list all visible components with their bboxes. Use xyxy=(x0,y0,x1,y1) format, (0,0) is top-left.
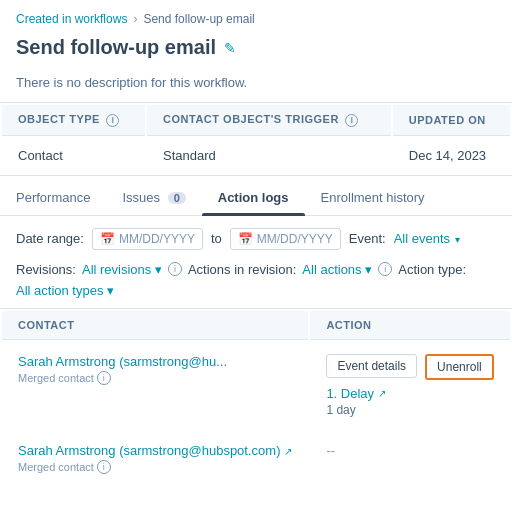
breadcrumb-parent[interactable]: Created in workflows xyxy=(16,12,127,26)
unenroll-button-1[interactable]: Unenroll xyxy=(425,354,494,380)
revisions-info-icon: i xyxy=(168,262,182,276)
revisions-dropdown-arrow: ▾ xyxy=(155,262,162,277)
event-dropdown[interactable]: All events ▾ xyxy=(394,231,460,246)
date-to-label: to xyxy=(211,231,222,246)
contact-external-link-icon-2: ↗ xyxy=(284,446,292,457)
table-row: Sarah Armstrong (sarmstrong@hu... Merged… xyxy=(2,342,510,429)
date-from-placeholder: MM/DD/YYYY xyxy=(119,232,195,246)
event-details-button-1[interactable]: Event details xyxy=(326,354,417,378)
breadcrumb-current: Send follow-up email xyxy=(143,12,254,26)
calendar-from-icon: 📅 xyxy=(100,232,115,246)
date-from-input[interactable]: 📅 MM/DD/YYYY xyxy=(92,228,203,250)
tab-performance[interactable]: Performance xyxy=(0,180,106,215)
revisions-label: Revisions: xyxy=(16,262,76,277)
table-row: Sarah Armstrong (sarmstrong@hubspot.com)… xyxy=(2,431,510,486)
page-title: Send follow-up email xyxy=(16,36,216,59)
revisions-dropdown[interactable]: All revisions ▾ xyxy=(82,262,162,277)
actions-dropdown[interactable]: All actions ▾ xyxy=(302,262,372,277)
breadcrumb: Created in workflows › Send follow-up em… xyxy=(0,0,512,32)
breadcrumb-separator: › xyxy=(133,12,137,26)
edit-icon[interactable]: ✎ xyxy=(224,40,236,56)
actions-info-icon: i xyxy=(378,262,392,276)
tab-enrollment-history[interactable]: Enrollment history xyxy=(305,180,441,215)
object-type-value: Contact xyxy=(2,138,145,173)
col-trigger: CONTACT OBJECT'S TRIGGER i xyxy=(147,105,391,136)
revisions-row: Revisions: All revisions ▾ i Actions in … xyxy=(0,258,512,308)
action-cell-2: -- xyxy=(310,431,510,486)
trigger-info-icon: i xyxy=(345,114,358,127)
page-header: Send follow-up email ✎ xyxy=(0,32,512,71)
event-label: Event: xyxy=(349,231,386,246)
table-row: Contact Standard Dec 14, 2023 xyxy=(2,138,510,173)
action-name-1[interactable]: 1. Delay ↗ xyxy=(326,386,494,401)
action-type-dropdown-arrow: ▾ xyxy=(107,283,114,298)
action-external-link-icon-1: ↗ xyxy=(378,388,386,399)
col-action: ACTION xyxy=(310,311,510,340)
object-type-info-icon: i xyxy=(106,114,119,127)
actions-dropdown-arrow: ▾ xyxy=(365,262,372,277)
actions-in-revision-label: Actions in revision: xyxy=(188,262,296,277)
date-to-input[interactable]: 📅 MM/DD/YYYY xyxy=(230,228,341,250)
row-actions-1: Event details Unenroll xyxy=(326,354,494,380)
action-type-dropdown[interactable]: All action types ▾ xyxy=(16,283,114,298)
date-to-placeholder: MM/DD/YYYY xyxy=(257,232,333,246)
action-type-label: Action type: xyxy=(398,262,466,277)
contact-sub-1: Merged contact i xyxy=(18,371,292,385)
col-contact: CONTACT xyxy=(2,311,308,340)
action-logs-table: CONTACT ACTION Sarah Armstrong (sarmstro… xyxy=(0,308,512,488)
merged-contact-info-icon-2: i xyxy=(97,460,111,474)
contact-name-link-2[interactable]: Sarah Armstrong (sarmstrong@hubspot.com)… xyxy=(18,443,292,458)
date-range-label: Date range: xyxy=(16,231,84,246)
calendar-to-icon: 📅 xyxy=(238,232,253,246)
tab-action-logs[interactable]: Action logs xyxy=(202,180,305,215)
filters-row: Date range: 📅 MM/DD/YYYY to 📅 MM/DD/YYYY… xyxy=(0,216,512,258)
tabs-bar: Performance Issues 0 Action logs Enrollm… xyxy=(0,180,512,216)
action-dash-2: -- xyxy=(326,443,335,458)
trigger-value: Standard xyxy=(147,138,391,173)
contact-sub-2: Merged contact i xyxy=(18,460,292,474)
contact-name-link-1[interactable]: Sarah Armstrong (sarmstrong@hu... xyxy=(18,354,227,369)
event-dropdown-arrow: ▾ xyxy=(455,234,460,245)
contact-cell-1: Sarah Armstrong (sarmstrong@hu... Merged… xyxy=(2,342,308,429)
info-table: OBJECT TYPE i CONTACT OBJECT'S TRIGGER i… xyxy=(0,102,512,176)
col-object-type: OBJECT TYPE i xyxy=(2,105,145,136)
workflow-description: There is no description for this workflo… xyxy=(0,71,512,102)
contact-cell-2: Sarah Armstrong (sarmstrong@hubspot.com)… xyxy=(2,431,308,486)
col-updated-on: UPDATED ON xyxy=(393,105,510,136)
action-sub-1: 1 day xyxy=(326,403,494,417)
merged-contact-info-icon-1: i xyxy=(97,371,111,385)
updated-on-value: Dec 14, 2023 xyxy=(393,138,510,173)
tab-issues[interactable]: Issues 0 xyxy=(106,180,201,215)
action-cell-1: Event details Unenroll 1. Delay ↗ 1 day xyxy=(310,342,510,429)
issues-badge: 0 xyxy=(168,192,186,204)
